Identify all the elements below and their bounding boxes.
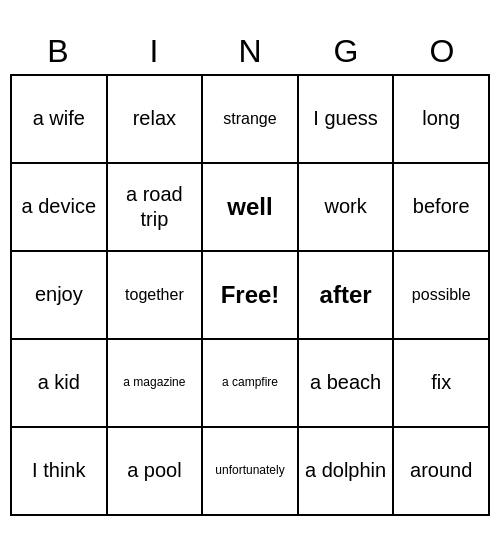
bingo-board: BINGO a wiferelaxstrangeI guesslonga dev… [10,29,490,516]
bingo-cell: relax [108,76,204,164]
cell-label: a pool [127,458,182,483]
cell-label: a campfire [222,375,278,390]
bingo-cell: a pool [108,428,204,516]
bingo-grid: a wiferelaxstrangeI guesslonga devicea r… [10,74,490,516]
bingo-cell: enjoy [12,252,108,340]
cell-label: a beach [310,370,381,395]
bingo-cell: a campfire [203,340,299,428]
cell-label: a magazine [123,375,185,390]
bingo-cell: I think [12,428,108,516]
bingo-cell: a dolphin [299,428,395,516]
cell-label: a kid [38,370,80,395]
cell-label: I think [32,458,85,483]
bingo-cell: I guess [299,76,395,164]
bingo-cell: long [394,76,490,164]
cell-label: enjoy [35,282,83,307]
cell-label: together [125,285,184,305]
bingo-cell: around [394,428,490,516]
header-letter: N [202,29,298,74]
cell-label: a road trip [112,182,198,232]
bingo-cell: together [108,252,204,340]
cell-label: before [413,194,470,219]
bingo-cell: before [394,164,490,252]
cell-label: a wife [33,106,85,131]
bingo-cell: fix [394,340,490,428]
bingo-cell: unfortunately [203,428,299,516]
cell-label: I guess [313,106,377,131]
bingo-cell: a device [12,164,108,252]
cell-label: possible [412,285,471,305]
header-letter: B [10,29,106,74]
bingo-cell: Free! [203,252,299,340]
bingo-cell: well [203,164,299,252]
cell-label: relax [133,106,176,131]
bingo-cell: a beach [299,340,395,428]
cell-label: around [410,458,472,483]
bingo-cell: a road trip [108,164,204,252]
bingo-header: BINGO [10,29,490,74]
header-letter: G [298,29,394,74]
header-letter: O [394,29,490,74]
bingo-cell: a kid [12,340,108,428]
bingo-cell: after [299,252,395,340]
cell-label: long [422,106,460,131]
bingo-cell: a wife [12,76,108,164]
bingo-cell: strange [203,76,299,164]
bingo-cell: a magazine [108,340,204,428]
cell-label: a device [22,194,97,219]
header-letter: I [106,29,202,74]
cell-label: fix [431,370,451,395]
cell-label: a dolphin [305,458,386,483]
cell-label: well [227,192,272,222]
bingo-cell: work [299,164,395,252]
cell-label: work [324,194,366,219]
cell-label: Free! [221,280,280,310]
cell-label: after [320,280,372,310]
cell-label: strange [223,109,276,129]
bingo-cell: possible [394,252,490,340]
cell-label: unfortunately [215,463,284,478]
